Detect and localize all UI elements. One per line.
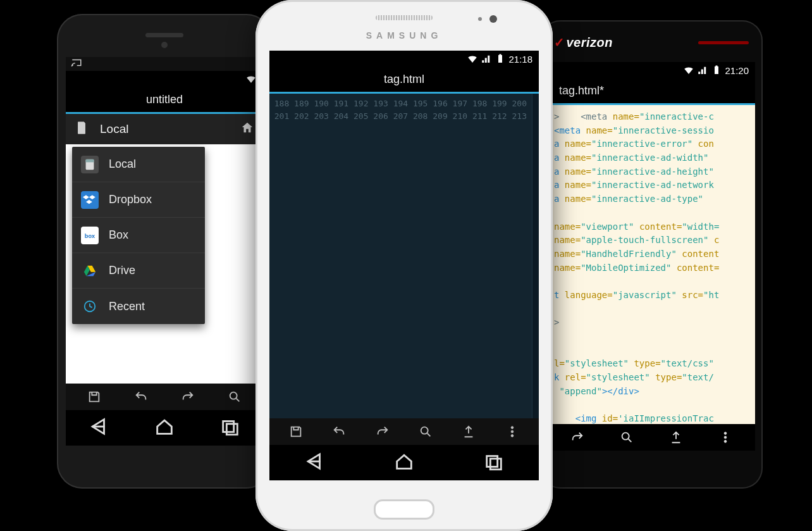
google-drive-icon	[81, 262, 99, 280]
storage-item-box[interactable]: box Box	[72, 218, 205, 253]
svg-point-8	[230, 392, 237, 399]
hardware-home-button[interactable]	[374, 499, 434, 520]
overflow-menu-button[interactable]	[716, 428, 735, 447]
save-button[interactable]	[85, 387, 104, 406]
svg-rect-17	[498, 55, 502, 63]
wifi-icon	[683, 65, 694, 76]
svg-point-13	[622, 433, 629, 440]
android-status-bar	[66, 71, 263, 87]
editor-toolbar	[66, 384, 263, 410]
box-icon: box	[81, 227, 99, 244]
carrier-logo: ✓verizon	[554, 35, 613, 50]
search-button[interactable]	[416, 422, 435, 441]
samsung-logo: SAMSUNG	[255, 30, 553, 41]
svg-point-15	[724, 436, 727, 439]
wifi-icon	[467, 53, 478, 65]
svg-rect-23	[487, 456, 498, 467]
document-title: tag.html*	[559, 84, 604, 97]
undo-button[interactable]	[329, 422, 348, 441]
speaker-grill	[698, 41, 749, 44]
screen-right: 21:20 tag.html* > <meta name="inneractiv…	[548, 62, 755, 451]
front-camera	[489, 15, 497, 23]
home-button[interactable]	[393, 451, 415, 475]
file-browser-body[interactable]: Local Dropbox box Box	[66, 144, 263, 384]
clock: 21:20	[725, 65, 749, 76]
screen-left: untitled Local Local	[66, 57, 263, 446]
storage-item-label: Recent	[109, 300, 145, 313]
storage-header[interactable]: Local	[66, 114, 263, 144]
android-nav-bar	[66, 410, 263, 446]
save-button[interactable]	[286, 422, 305, 441]
storage-popup: Local Dropbox box Box	[72, 147, 205, 324]
storage-item-label: Box	[109, 228, 128, 242]
status-bar	[66, 57, 263, 71]
search-button[interactable]	[225, 387, 244, 406]
code-editor[interactable]: 188 189 190 191 192 193 194 195 196 197 …	[269, 94, 539, 418]
document-title: untitled	[146, 93, 183, 106]
earpiece	[145, 33, 183, 37]
svg-point-14	[724, 432, 727, 435]
home-button[interactable]	[154, 416, 175, 440]
title-bar: tag.html	[269, 67, 539, 94]
signal-icon	[697, 65, 708, 76]
recents-button[interactable]	[219, 416, 241, 440]
earpiece	[376, 15, 433, 20]
svg-rect-1	[86, 159, 94, 162]
svg-rect-24	[490, 459, 501, 470]
share-button[interactable]	[459, 422, 478, 441]
redo-button[interactable]	[373, 422, 392, 441]
title-bar: untitled	[66, 87, 263, 114]
storage-item-dropbox[interactable]: Dropbox	[72, 182, 205, 218]
svg-point-20	[511, 427, 514, 429]
back-button[interactable]	[88, 416, 109, 440]
overflow-menu-button[interactable]	[503, 422, 522, 441]
phone-left: untitled Local Local	[57, 14, 272, 489]
document-title: tag.html	[384, 73, 424, 86]
storage-item-label: Local	[109, 158, 136, 171]
back-button[interactable]	[304, 451, 325, 475]
svg-rect-12	[716, 66, 718, 67]
cast-icon	[71, 57, 82, 71]
code-editor[interactable]: > <meta name="inneractive-c <meta name="…	[548, 105, 755, 424]
svg-point-16	[724, 440, 727, 443]
svg-rect-9	[223, 422, 234, 432]
svg-point-21	[511, 430, 514, 433]
svg-rect-11	[715, 66, 718, 74]
phone-brand-bar: ✓verizon	[540, 30, 763, 55]
storage-item-recent[interactable]: Recent	[72, 289, 205, 324]
redo-button[interactable]	[178, 387, 197, 406]
home-icon[interactable]	[240, 121, 254, 138]
recent-icon	[81, 297, 99, 315]
phone-right: ✓verizon 21:20 tag.html* > <meta name="i…	[540, 20, 763, 489]
sd-card-icon	[81, 156, 99, 173]
recents-button[interactable]	[483, 451, 505, 475]
search-button[interactable]	[617, 428, 636, 447]
android-status-bar: 21:18	[269, 51, 539, 67]
android-nav-bar	[269, 445, 539, 480]
line-gutter: 188 189 190 191 192 193 194 195 196 197 …	[269, 94, 532, 418]
android-status-bar: 21:20	[548, 62, 755, 78]
sensor	[478, 17, 482, 21]
code-body[interactable]: try { //this.executeNativeCall("expand",…	[532, 94, 539, 418]
front-camera	[161, 42, 168, 48]
svg-point-22	[511, 435, 514, 437]
share-button[interactable]	[667, 428, 686, 447]
battery-icon	[495, 53, 506, 65]
phone-center: SAMSUNG 21:18 tag.html 188 189 190 191 1…	[255, 0, 553, 531]
screen-center: 21:18 tag.html 188 189 190 191 192 193 1…	[269, 51, 539, 480]
editor-toolbar	[269, 418, 539, 445]
svg-point-19	[421, 427, 428, 434]
battery-icon	[711, 65, 722, 76]
redo-button[interactable]	[568, 428, 587, 447]
svg-rect-10	[226, 424, 237, 435]
undo-button[interactable]	[132, 387, 151, 406]
storage-item-drive[interactable]: Drive	[72, 253, 205, 289]
signal-icon	[481, 53, 492, 65]
clock: 21:18	[508, 54, 532, 65]
storage-header-label: Local	[100, 122, 128, 136]
editor-toolbar	[548, 424, 755, 451]
storage-item-local[interactable]: Local	[72, 147, 205, 182]
svg-text:box: box	[85, 232, 95, 239]
title-bar: tag.html*	[548, 78, 755, 105]
storage-item-label: Drive	[109, 264, 135, 277]
